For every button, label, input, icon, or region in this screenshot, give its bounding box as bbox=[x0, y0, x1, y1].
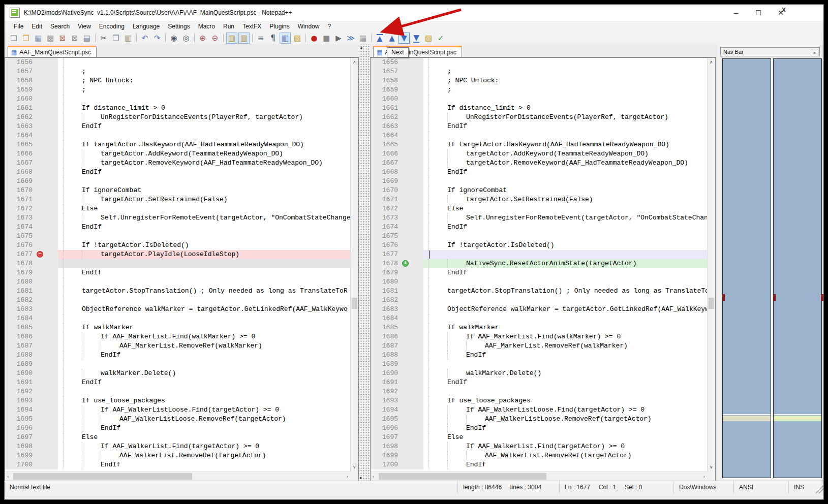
code-line[interactable]: 1658; NPC Unlock: bbox=[5, 76, 350, 85]
code-line[interactable]: 1691EndIf bbox=[371, 378, 707, 387]
pane-splitter[interactable]: ◂ ▸ bbox=[359, 44, 370, 481]
nav-bar-close-icon[interactable]: × bbox=[811, 49, 818, 56]
code-line[interactable]: 1695AAF_WalkerListLoose.RemoveRef(target… bbox=[5, 415, 350, 424]
code-line[interactable]: 1693If use_loose_packages bbox=[5, 396, 350, 405]
code-line[interactable]: 1694If AAF_WalkerListLoose.Find(targetAc… bbox=[371, 405, 707, 415]
splitter-collapse-left-icon[interactable]: ◂ bbox=[360, 45, 362, 50]
code-line[interactable]: 1661If distance_limit > 0 bbox=[5, 104, 350, 113]
code-line[interactable]: 1678+NativeSync.ResetActorAnimState(targ… bbox=[371, 259, 707, 268]
compare-button[interactable]: ▧ bbox=[423, 33, 434, 44]
status-insert-mode[interactable]: INS bbox=[789, 481, 815, 493]
code-line[interactable]: 1663EndIf bbox=[371, 122, 707, 131]
code-line[interactable]: 1666targetActor.AddKeyword(TeammateReady… bbox=[371, 149, 707, 159]
resize-grip[interactable] bbox=[815, 481, 823, 493]
code-line[interactable]: 1672Else bbox=[371, 204, 707, 213]
scroll-down-icon[interactable]: ∨ bbox=[710, 465, 713, 469]
menu-search[interactable]: Search bbox=[46, 22, 74, 31]
code-line[interactable]: 1683ObjectReference walkMarker = targetA… bbox=[371, 305, 707, 314]
copy-button[interactable]: ❐ bbox=[110, 33, 121, 44]
code-line[interactable]: 1668EndIf bbox=[5, 168, 350, 177]
code-line[interactable]: 1670If ignoreCombat bbox=[371, 186, 707, 195]
menu-plugins[interactable]: Plugins bbox=[265, 22, 293, 31]
code-line[interactable]: 1699AAF_WalkerList.RemoveRef(targetActor… bbox=[5, 451, 350, 460]
code-line[interactable]: 1700EndIf bbox=[371, 460, 707, 469]
define-language-button[interactable]: ▧ bbox=[292, 33, 303, 44]
code-line[interactable]: 1671targetActor.SetRestrained(False) bbox=[371, 195, 707, 204]
code-line[interactable]: 1689 bbox=[371, 360, 707, 369]
code-line[interactable]: 1699AAF_WalkerList.RemoveRef(targetActor… bbox=[371, 451, 707, 460]
zoom-in-button[interactable]: ⊕ bbox=[197, 33, 208, 44]
save-all-button[interactable]: ▩ bbox=[45, 33, 56, 44]
code-line[interactable]: 1667targetActor.RemoveKeyword(AAF_HadTea… bbox=[371, 159, 707, 168]
tab-left-file[interactable]: ▦ AAF_MainQuestScript.psc bbox=[8, 46, 97, 57]
right-vscroll-thumb[interactable] bbox=[709, 298, 714, 309]
code-line[interactable]: 1691EndIf bbox=[5, 378, 350, 387]
code-line[interactable]: 1688EndIf bbox=[5, 351, 350, 360]
menu-view[interactable]: View bbox=[74, 22, 95, 31]
nav-bar-columns[interactable] bbox=[720, 58, 820, 478]
left-vertical-scrollbar[interactable]: ∧ ∨ bbox=[350, 58, 358, 471]
code-line[interactable]: 1674EndIf bbox=[371, 223, 707, 232]
code-line[interactable]: 1684 bbox=[5, 314, 350, 323]
menu-textfx[interactable]: TextFX bbox=[238, 22, 265, 31]
new-file-button[interactable]: ❏ bbox=[8, 33, 19, 44]
code-line[interactable]: 1687AAF_MarkerList.RemoveRef(walkMarker) bbox=[371, 341, 707, 351]
code-line[interactable]: 1665If targetActor.HasKeyword(AAF_HadTea… bbox=[371, 140, 707, 149]
menu-edit[interactable]: Edit bbox=[27, 22, 46, 31]
splitter-collapse-right-icon[interactable]: ▸ bbox=[360, 475, 362, 480]
last-diff-button[interactable]: ▼ bbox=[411, 33, 422, 44]
code-line[interactable]: 1690walkMarker.Delete() bbox=[371, 369, 707, 378]
sync-vertical-scroll-button[interactable]: ▥ bbox=[226, 33, 237, 44]
paste-button[interactable]: ▥ bbox=[122, 33, 134, 44]
code-line[interactable]: 1692 bbox=[5, 387, 350, 396]
code-line[interactable]: 1673Self.UnregisterForRemoteEvent(target… bbox=[371, 213, 707, 223]
close-file-button[interactable]: ⊠ bbox=[57, 33, 68, 44]
status-eol-format[interactable]: Dos\Windows bbox=[674, 481, 734, 493]
code-line[interactable]: 1659; bbox=[5, 85, 350, 94]
first-diff-button[interactable]: ▲ bbox=[374, 33, 385, 44]
code-line[interactable]: 1700EndIf bbox=[5, 460, 350, 469]
code-line[interactable]: 1673Self.UnregisterForRemoteEvent(target… bbox=[5, 213, 350, 223]
code-line[interactable]: 1675 bbox=[371, 232, 707, 241]
code-line[interactable]: 1664 bbox=[5, 131, 350, 140]
code-line[interactable]: 1684 bbox=[371, 314, 707, 323]
code-line[interactable]: 1692 bbox=[371, 387, 707, 396]
code-line[interactable]: 1671targetActor.SetRestrained(False) bbox=[5, 195, 350, 204]
menu-?[interactable]: ? bbox=[323, 22, 335, 31]
scroll-right-icon[interactable]: › bbox=[346, 475, 348, 479]
close-all-button[interactable]: ⊠ bbox=[69, 33, 80, 44]
scroll-left-icon[interactable]: ‹ bbox=[7, 475, 9, 479]
code-line[interactable]: 1697Else bbox=[5, 433, 350, 442]
code-line[interactable]: 1657; bbox=[371, 67, 707, 76]
scroll-up-icon[interactable]: ∧ bbox=[353, 60, 356, 65]
code-line[interactable]: 1666targetActor.AddKeyword(TeammateReady… bbox=[5, 149, 350, 159]
code-line[interactable]: 1698If AAF_WalkerList.Find(targetActor) … bbox=[371, 442, 707, 451]
code-line[interactable]: 1694If AAF_WalkerListLoose.Find(targetAc… bbox=[5, 405, 350, 415]
save-button[interactable]: ▦ bbox=[33, 33, 44, 44]
code-line[interactable]: 1676If !targetActor.IsDeleted() bbox=[371, 241, 707, 250]
open-folder-button[interactable]: ❒ bbox=[20, 33, 32, 44]
code-line[interactable]: 1681targetActor.StopTranslation() ; Only… bbox=[371, 287, 707, 296]
scroll-up-icon[interactable]: ∧ bbox=[710, 60, 713, 65]
redo-button[interactable]: ↷ bbox=[151, 33, 163, 44]
code-line[interactable]: 1668EndIf bbox=[371, 168, 707, 177]
code-line[interactable]: 1682 bbox=[5, 296, 350, 305]
scroll-down-icon[interactable]: ∨ bbox=[353, 465, 356, 469]
word-wrap-button[interactable]: ≡ bbox=[255, 33, 266, 44]
code-line[interactable]: 1656 bbox=[371, 58, 707, 67]
menu-encoding[interactable]: Encoding bbox=[95, 22, 129, 31]
left-code-area[interactable]: 16561657;1658; NPC Unlock:1659;16601661I… bbox=[5, 58, 350, 471]
status-encoding[interactable]: ANSI bbox=[734, 481, 789, 493]
left-vscroll-thumb[interactable] bbox=[352, 298, 357, 309]
code-line[interactable]: 1676If !targetActor.IsDeleted() bbox=[5, 241, 350, 250]
right-code-area[interactable]: 16561657;1658; NPC Unlock:1659;16601661I… bbox=[371, 58, 707, 471]
code-line[interactable]: 1657; bbox=[5, 67, 350, 76]
code-line[interactable]: 1696EndIf bbox=[371, 424, 707, 433]
stop-macro-button[interactable]: ■ bbox=[321, 33, 332, 44]
nav-bar-column-2[interactable] bbox=[773, 58, 822, 478]
show-all-characters-button[interactable]: ¶ bbox=[267, 33, 279, 44]
code-line[interactable]: 1695AAF_WalkerListLoose.RemoveRef(target… bbox=[371, 415, 707, 424]
code-line[interactable]: 1661If distance_limit > 0 bbox=[371, 104, 707, 113]
code-line[interactable]: 1674EndIf bbox=[5, 223, 350, 232]
code-line[interactable]: 1697Else bbox=[371, 433, 707, 442]
